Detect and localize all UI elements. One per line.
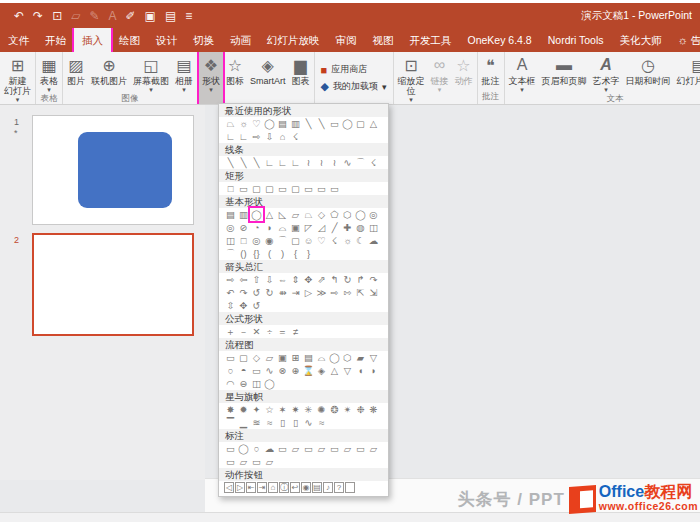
shape-cell[interactable]: ▭: [250, 455, 263, 468]
shape-cell[interactable]: ⬡: [341, 208, 354, 221]
shape-cell[interactable]: ◇: [250, 351, 263, 364]
shape-cell[interactable]: ⇨: [250, 130, 263, 143]
shape-cell[interactable]: ▢: [237, 351, 250, 364]
shape-cell[interactable]: ⇻: [276, 286, 289, 299]
shape-cell[interactable]: ◸: [302, 221, 315, 234]
shape-cell[interactable]: ☺: [302, 234, 315, 247]
shape-cell[interactable]: △: [328, 364, 341, 377]
shape-cell[interactable]: ▤: [302, 351, 315, 364]
shape-cell[interactable]: ▢: [263, 182, 276, 195]
shape-cell[interactable]: ⇨: [224, 273, 237, 286]
shape-cell[interactable]: ⇲: [367, 286, 380, 299]
tab-view[interactable]: 视图: [365, 28, 402, 52]
shape-cell[interactable]: ↩: [290, 482, 300, 493]
smartart-button[interactable]: ◈ SmartArt: [247, 52, 289, 104]
shape-cell[interactable]: ⌛: [302, 364, 315, 377]
tab-file[interactable]: 文件: [0, 28, 37, 52]
shape-cell[interactable]: ≀: [328, 156, 341, 169]
shape-cell[interactable]: ≋: [250, 416, 263, 429]
shape-cell[interactable]: ∟: [289, 156, 302, 169]
redo-icon[interactable]: ↷: [33, 10, 43, 22]
shape-cell[interactable]: ▷: [235, 482, 245, 493]
shape-cell[interactable]: ⌒: [224, 247, 237, 260]
slide-thumbnail-1[interactable]: [32, 115, 194, 225]
shape-cell[interactable]: ▭: [328, 442, 341, 455]
shape-cell[interactable]: ☼: [237, 117, 250, 130]
shape-cell[interactable]: □: [237, 234, 250, 247]
shape-cell[interactable]: ☇: [328, 234, 341, 247]
shape-cell[interactable]: ∟: [263, 156, 276, 169]
shape-cell[interactable]: ÷: [263, 325, 276, 338]
shape-cell[interactable]: ♪: [323, 482, 333, 493]
shape-cell[interactable]: ⬡: [341, 351, 354, 364]
shape-cell[interactable]: ❉: [354, 403, 367, 416]
shape-cell[interactable]: ▥: [237, 208, 250, 221]
shape-cell[interactable]: ✸: [224, 403, 237, 416]
shape-cell[interactable]: {: [289, 247, 302, 260]
shape-cell[interactable]: ⊗: [276, 364, 289, 377]
shape-cell[interactable]: ◫: [367, 221, 380, 234]
shape-cell[interactable]: ▭: [276, 442, 289, 455]
shape-cell[interactable]: ⬠: [328, 208, 341, 221]
shape-cell[interactable]: ≫: [315, 286, 328, 299]
shape-cell[interactable]: ▢: [289, 182, 302, 195]
tab-transitions[interactable]: 切换: [185, 28, 222, 52]
zoom-button[interactable]: ⊡ 缩放定 位 ▾: [395, 52, 428, 103]
shape-cell[interactable]: ∿: [302, 416, 315, 429]
tab-slideshow[interactable]: 幻灯片放映: [259, 28, 328, 52]
shape-cell[interactable]: ✶: [276, 403, 289, 416]
shape-cell[interactable]: ✳: [302, 403, 315, 416]
shape-cell[interactable]: ☼: [341, 234, 354, 247]
shape-cell[interactable]: ⇤: [246, 482, 256, 493]
shape-cell[interactable]: ○: [250, 442, 263, 455]
shape-cell[interactable]: ▽: [341, 364, 354, 377]
shape-cell[interactable]: ◓: [237, 364, 250, 377]
shape-cell[interactable]: ✷: [289, 403, 302, 416]
shape-cell[interactable]: ◯: [354, 208, 367, 221]
tab-review[interactable]: 审阅: [328, 28, 365, 52]
shape-cell[interactable]: ◫: [250, 377, 263, 390]
undo-icon[interactable]: ↶: [14, 10, 24, 22]
tab-insert[interactable]: 插入: [74, 28, 111, 52]
shape-cell[interactable]: ◉: [263, 234, 276, 247]
shape-cell[interactable]: ▭: [224, 351, 237, 364]
shape-cell[interactable]: }: [302, 247, 315, 260]
shape-cell[interactable]: ⇳: [224, 299, 237, 312]
shape-cell[interactable]: ☁: [367, 234, 380, 247]
shape-cell[interactable]: {}: [250, 247, 263, 260]
shape-cell[interactable]: (): [237, 247, 250, 260]
shape-cell[interactable]: ▭: [250, 364, 263, 377]
shape-cell[interactable]: ▥: [289, 117, 302, 130]
shape-cell[interactable]: ▭: [354, 442, 367, 455]
shape-cell[interactable]: ▣: [276, 351, 289, 364]
shape-cell[interactable]: ▭: [237, 182, 250, 195]
shape-cell[interactable]: ◠: [224, 377, 237, 390]
shape-cell[interactable]: ✥: [237, 299, 250, 312]
shape-cell[interactable]: ▣: [289, 221, 302, 234]
shape-cell[interactable]: ⇦: [237, 273, 250, 286]
shape-cell[interactable]: ↷: [237, 286, 250, 299]
shape-cell[interactable]: ▱: [367, 442, 380, 455]
tab-design[interactable]: 设计: [148, 28, 185, 52]
shape-cell[interactable]: ✕: [250, 325, 263, 338]
tab-onekey[interactable]: OneKey 6.4.8: [460, 28, 540, 52]
shape-cell[interactable]: ◯: [237, 442, 250, 455]
tab-meihua[interactable]: 美化大师: [612, 28, 670, 52]
shape-cell[interactable]: ☁: [263, 442, 276, 455]
tab-draw[interactable]: 绘图: [111, 28, 148, 52]
tab-animations[interactable]: 动画: [222, 28, 259, 52]
tab-home[interactable]: 开始: [37, 28, 74, 52]
shape-cell[interactable]: ▢: [289, 234, 302, 247]
shape-cell[interactable]: ⏢: [224, 117, 237, 130]
shape-cell[interactable]: ◯: [341, 117, 354, 130]
tab-tellme[interactable]: ☼告诉我你想要: [670, 28, 700, 52]
shape-cell[interactable]: ◇: [315, 208, 328, 221]
shape-cell[interactable]: ▷: [302, 286, 315, 299]
shape-cell[interactable]: ≀: [315, 156, 328, 169]
shape-cell[interactable]: ): [276, 247, 289, 260]
shape-cell[interactable]: ⊕: [289, 364, 302, 377]
shape-cell[interactable]: ◖: [354, 364, 367, 377]
shape-cell[interactable]: ⇱: [354, 286, 367, 299]
shape-cell[interactable]: ▱: [289, 208, 302, 221]
shape-cell[interactable]: ＋: [224, 325, 237, 338]
